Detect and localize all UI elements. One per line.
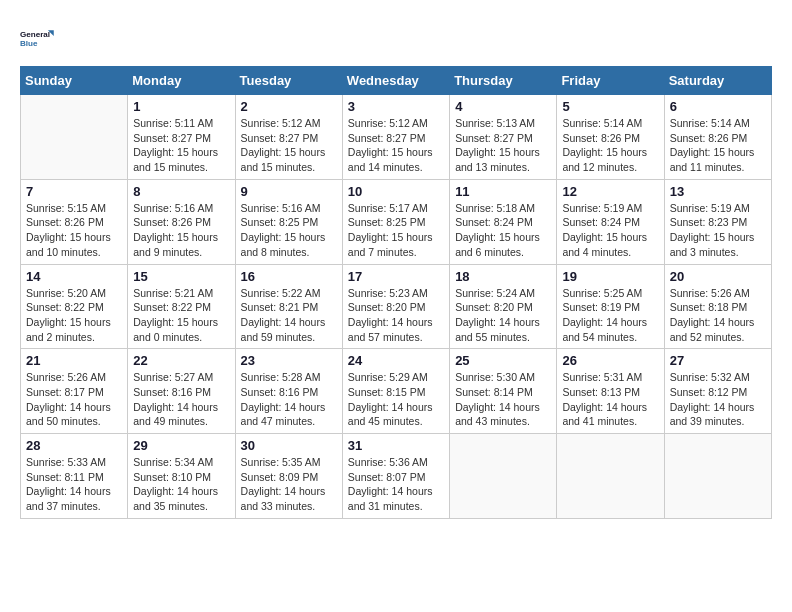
day-number: 13 — [670, 184, 766, 199]
day-number: 22 — [133, 353, 229, 368]
day-info: Sunrise: 5:23 AM Sunset: 8:20 PM Dayligh… — [348, 286, 444, 345]
day-info: Sunrise: 5:26 AM Sunset: 8:18 PM Dayligh… — [670, 286, 766, 345]
calendar-cell: 4Sunrise: 5:13 AM Sunset: 8:27 PM Daylig… — [450, 95, 557, 180]
day-number: 23 — [241, 353, 337, 368]
day-number: 4 — [455, 99, 551, 114]
day-info: Sunrise: 5:14 AM Sunset: 8:26 PM Dayligh… — [670, 116, 766, 175]
calendar-cell — [664, 434, 771, 519]
day-info: Sunrise: 5:34 AM Sunset: 8:10 PM Dayligh… — [133, 455, 229, 514]
day-info: Sunrise: 5:24 AM Sunset: 8:20 PM Dayligh… — [455, 286, 551, 345]
day-number: 26 — [562, 353, 658, 368]
calendar-cell: 22Sunrise: 5:27 AM Sunset: 8:16 PM Dayli… — [128, 349, 235, 434]
calendar-cell: 29Sunrise: 5:34 AM Sunset: 8:10 PM Dayli… — [128, 434, 235, 519]
day-info: Sunrise: 5:27 AM Sunset: 8:16 PM Dayligh… — [133, 370, 229, 429]
day-number: 20 — [670, 269, 766, 284]
day-info: Sunrise: 5:28 AM Sunset: 8:16 PM Dayligh… — [241, 370, 337, 429]
day-info: Sunrise: 5:18 AM Sunset: 8:24 PM Dayligh… — [455, 201, 551, 260]
day-number: 27 — [670, 353, 766, 368]
day-info: Sunrise: 5:16 AM Sunset: 8:25 PM Dayligh… — [241, 201, 337, 260]
day-number: 9 — [241, 184, 337, 199]
day-number: 10 — [348, 184, 444, 199]
day-number: 3 — [348, 99, 444, 114]
calendar-week-4: 28Sunrise: 5:33 AM Sunset: 8:11 PM Dayli… — [21, 434, 772, 519]
day-info: Sunrise: 5:15 AM Sunset: 8:26 PM Dayligh… — [26, 201, 122, 260]
logo: GeneralBlue — [20, 20, 56, 56]
day-number: 29 — [133, 438, 229, 453]
calendar-cell — [450, 434, 557, 519]
day-info: Sunrise: 5:33 AM Sunset: 8:11 PM Dayligh… — [26, 455, 122, 514]
day-info: Sunrise: 5:14 AM Sunset: 8:26 PM Dayligh… — [562, 116, 658, 175]
calendar-cell: 12Sunrise: 5:19 AM Sunset: 8:24 PM Dayli… — [557, 179, 664, 264]
day-info: Sunrise: 5:30 AM Sunset: 8:14 PM Dayligh… — [455, 370, 551, 429]
header-monday: Monday — [128, 67, 235, 95]
day-number: 15 — [133, 269, 229, 284]
calendar-cell: 20Sunrise: 5:26 AM Sunset: 8:18 PM Dayli… — [664, 264, 771, 349]
calendar-cell: 23Sunrise: 5:28 AM Sunset: 8:16 PM Dayli… — [235, 349, 342, 434]
calendar-cell: 9Sunrise: 5:16 AM Sunset: 8:25 PM Daylig… — [235, 179, 342, 264]
day-number: 19 — [562, 269, 658, 284]
day-info: Sunrise: 5:21 AM Sunset: 8:22 PM Dayligh… — [133, 286, 229, 345]
calendar-cell: 17Sunrise: 5:23 AM Sunset: 8:20 PM Dayli… — [342, 264, 449, 349]
day-number: 2 — [241, 99, 337, 114]
day-info: Sunrise: 5:25 AM Sunset: 8:19 PM Dayligh… — [562, 286, 658, 345]
day-info: Sunrise: 5:17 AM Sunset: 8:25 PM Dayligh… — [348, 201, 444, 260]
calendar-cell: 24Sunrise: 5:29 AM Sunset: 8:15 PM Dayli… — [342, 349, 449, 434]
calendar-cell: 26Sunrise: 5:31 AM Sunset: 8:13 PM Dayli… — [557, 349, 664, 434]
day-number: 25 — [455, 353, 551, 368]
day-info: Sunrise: 5:13 AM Sunset: 8:27 PM Dayligh… — [455, 116, 551, 175]
day-info: Sunrise: 5:36 AM Sunset: 8:07 PM Dayligh… — [348, 455, 444, 514]
day-info: Sunrise: 5:29 AM Sunset: 8:15 PM Dayligh… — [348, 370, 444, 429]
calendar-cell: 19Sunrise: 5:25 AM Sunset: 8:19 PM Dayli… — [557, 264, 664, 349]
calendar-cell: 11Sunrise: 5:18 AM Sunset: 8:24 PM Dayli… — [450, 179, 557, 264]
day-number: 8 — [133, 184, 229, 199]
calendar-cell — [557, 434, 664, 519]
day-number: 7 — [26, 184, 122, 199]
calendar-cell: 5Sunrise: 5:14 AM Sunset: 8:26 PM Daylig… — [557, 95, 664, 180]
day-info: Sunrise: 5:31 AM Sunset: 8:13 PM Dayligh… — [562, 370, 658, 429]
calendar: SundayMondayTuesdayWednesdayThursdayFrid… — [20, 66, 772, 519]
day-number: 21 — [26, 353, 122, 368]
calendar-cell: 13Sunrise: 5:19 AM Sunset: 8:23 PM Dayli… — [664, 179, 771, 264]
day-number: 31 — [348, 438, 444, 453]
day-info: Sunrise: 5:12 AM Sunset: 8:27 PM Dayligh… — [241, 116, 337, 175]
calendar-week-1: 7Sunrise: 5:15 AM Sunset: 8:26 PM Daylig… — [21, 179, 772, 264]
day-number: 12 — [562, 184, 658, 199]
day-number: 1 — [133, 99, 229, 114]
calendar-cell: 8Sunrise: 5:16 AM Sunset: 8:26 PM Daylig… — [128, 179, 235, 264]
calendar-cell: 1Sunrise: 5:11 AM Sunset: 8:27 PM Daylig… — [128, 95, 235, 180]
calendar-cell: 28Sunrise: 5:33 AM Sunset: 8:11 PM Dayli… — [21, 434, 128, 519]
svg-text:Blue: Blue — [20, 39, 38, 48]
calendar-cell: 3Sunrise: 5:12 AM Sunset: 8:27 PM Daylig… — [342, 95, 449, 180]
day-number: 11 — [455, 184, 551, 199]
day-number: 14 — [26, 269, 122, 284]
header: GeneralBlue — [20, 20, 772, 56]
day-number: 24 — [348, 353, 444, 368]
day-info: Sunrise: 5:12 AM Sunset: 8:27 PM Dayligh… — [348, 116, 444, 175]
calendar-cell: 7Sunrise: 5:15 AM Sunset: 8:26 PM Daylig… — [21, 179, 128, 264]
day-info: Sunrise: 5:16 AM Sunset: 8:26 PM Dayligh… — [133, 201, 229, 260]
calendar-cell: 14Sunrise: 5:20 AM Sunset: 8:22 PM Dayli… — [21, 264, 128, 349]
calendar-week-3: 21Sunrise: 5:26 AM Sunset: 8:17 PM Dayli… — [21, 349, 772, 434]
calendar-cell: 15Sunrise: 5:21 AM Sunset: 8:22 PM Dayli… — [128, 264, 235, 349]
calendar-cell: 6Sunrise: 5:14 AM Sunset: 8:26 PM Daylig… — [664, 95, 771, 180]
day-info: Sunrise: 5:20 AM Sunset: 8:22 PM Dayligh… — [26, 286, 122, 345]
header-thursday: Thursday — [450, 67, 557, 95]
day-info: Sunrise: 5:26 AM Sunset: 8:17 PM Dayligh… — [26, 370, 122, 429]
day-number: 6 — [670, 99, 766, 114]
calendar-cell: 16Sunrise: 5:22 AM Sunset: 8:21 PM Dayli… — [235, 264, 342, 349]
calendar-header-row: SundayMondayTuesdayWednesdayThursdayFrid… — [21, 67, 772, 95]
day-number: 28 — [26, 438, 122, 453]
calendar-cell: 2Sunrise: 5:12 AM Sunset: 8:27 PM Daylig… — [235, 95, 342, 180]
day-info: Sunrise: 5:19 AM Sunset: 8:24 PM Dayligh… — [562, 201, 658, 260]
day-number: 17 — [348, 269, 444, 284]
day-number: 18 — [455, 269, 551, 284]
day-info: Sunrise: 5:22 AM Sunset: 8:21 PM Dayligh… — [241, 286, 337, 345]
day-number: 5 — [562, 99, 658, 114]
day-info: Sunrise: 5:35 AM Sunset: 8:09 PM Dayligh… — [241, 455, 337, 514]
header-friday: Friday — [557, 67, 664, 95]
day-info: Sunrise: 5:19 AM Sunset: 8:23 PM Dayligh… — [670, 201, 766, 260]
calendar-cell: 18Sunrise: 5:24 AM Sunset: 8:20 PM Dayli… — [450, 264, 557, 349]
calendar-week-0: 1Sunrise: 5:11 AM Sunset: 8:27 PM Daylig… — [21, 95, 772, 180]
header-tuesday: Tuesday — [235, 67, 342, 95]
header-sunday: Sunday — [21, 67, 128, 95]
